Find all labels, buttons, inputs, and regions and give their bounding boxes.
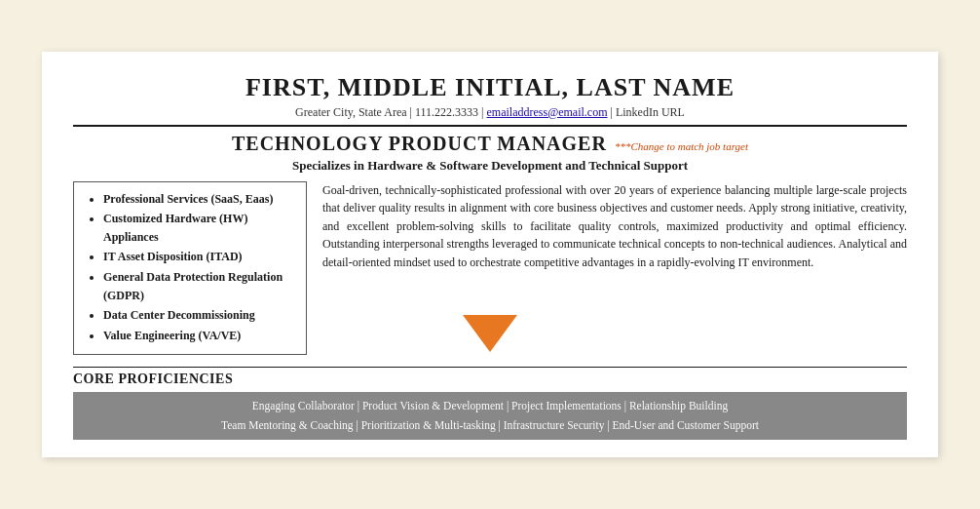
contact-after-email: | LinkedIn URL — [611, 105, 685, 119]
skills-box: Professional Services (SaaS, Eaas) Custo… — [73, 181, 307, 356]
skill-item-5: Data Center Decommissioning — [103, 306, 294, 325]
title-section: TECHNOLOGY PRODUCT MANAGER ***Change to … — [73, 133, 907, 174]
core-proficiencies-bars: Engaging Collaborator | Product Vision &… — [73, 392, 907, 440]
resume-document: FIRST, MIDDLE INITIAL, LAST NAME Greater… — [42, 52, 938, 458]
job-subtitle: Specializes in Hardware & Software Devel… — [73, 158, 907, 174]
core-bar-row-2: Team Mentoring & Coaching | Prioritizati… — [83, 416, 897, 436]
contact-text: Greater City, State Area | 111.222.3333 … — [295, 105, 483, 119]
skill-item-6: Value Engineering (VA/VE) — [103, 327, 294, 345]
contact-info: Greater City, State Area | 111.222.3333 … — [73, 105, 907, 120]
arrow-indicator — [463, 315, 517, 352]
core-proficiencies-title: CORE PROFICIENCIES — [73, 372, 907, 387]
skill-item-3: IT Asset Disposition (ITAD) — [103, 248, 294, 266]
header-divider — [73, 125, 907, 127]
core-divider — [73, 367, 907, 368]
arrow-down-icon — [463, 315, 517, 352]
skills-list: Professional Services (SaaS, Eaas) Custo… — [86, 190, 294, 345]
job-title: TECHNOLOGY PRODUCT MANAGER — [232, 133, 607, 155]
skill-item-4: General Data Protection Regulation (GDPR… — [103, 268, 294, 304]
skill-item-2: Customized Hardware (HW) Appliances — [103, 210, 294, 246]
core-proficiencies-section: CORE PROFICIENCIES Engaging Collaborator… — [73, 367, 907, 440]
job-title-note: ***Change to match job target — [615, 140, 748, 152]
candidate-name: FIRST, MIDDLE INITIAL, LAST NAME — [73, 73, 907, 102]
resume-header: FIRST, MIDDLE INITIAL, LAST NAME Greater… — [73, 73, 907, 120]
summary-paragraph: Goal-driven, technically-sophisticated p… — [322, 181, 907, 356]
core-bar-row-1: Engaging Collaborator | Product Vision &… — [83, 397, 897, 416]
skill-item-1: Professional Services (SaaS, Eaas) — [103, 190, 294, 209]
email-link[interactable]: emailaddress@email.com — [487, 105, 608, 119]
job-title-row: TECHNOLOGY PRODUCT MANAGER ***Change to … — [73, 133, 907, 155]
